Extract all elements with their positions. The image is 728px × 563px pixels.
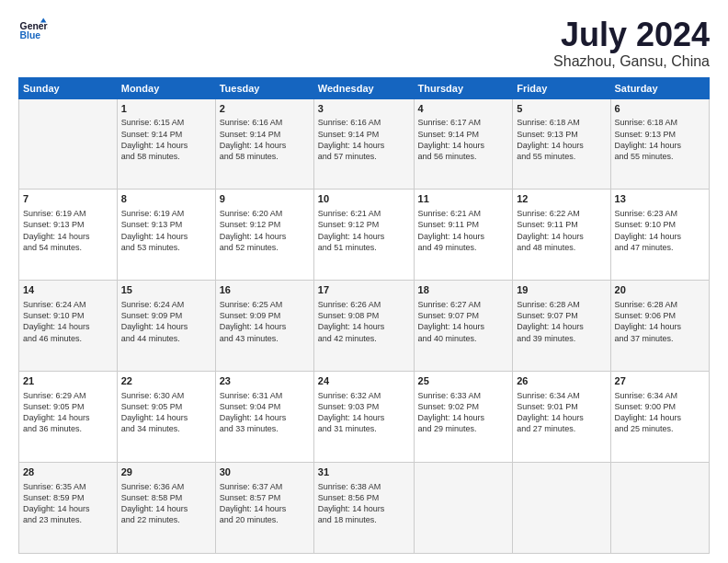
cell-text: Daylight: 14 hours: [23, 412, 113, 423]
page: General Blue July 2024 Shazhou, Gansu, C…: [0, 0, 728, 563]
cell-text: Sunrise: 6:21 AM: [418, 208, 509, 219]
cell-text: Sunrise: 6:21 AM: [318, 208, 410, 219]
day-number: 8: [121, 192, 211, 206]
day-number: 25: [418, 374, 509, 388]
cell-text: Sunset: 9:09 PM: [220, 310, 310, 321]
cell-text: Sunset: 9:01 PM: [517, 401, 606, 412]
calendar-cell: 17Sunrise: 6:26 AMSunset: 9:08 PMDayligh…: [313, 281, 414, 372]
cell-text: Daylight: 14 hours: [418, 321, 509, 332]
cell-text: Daylight: 14 hours: [615, 412, 705, 423]
cell-text: Sunrise: 6:38 AM: [318, 481, 410, 492]
weekday-saturday: Saturday: [610, 77, 709, 98]
calendar-cell: 15Sunrise: 6:24 AMSunset: 9:09 PMDayligh…: [117, 281, 215, 372]
cell-text: and 58 minutes.: [220, 151, 310, 162]
cell-text: and 22 minutes.: [121, 514, 211, 525]
calendar-cell: 25Sunrise: 6:33 AMSunset: 9:02 PMDayligh…: [414, 372, 513, 463]
cell-text: Sunrise: 6:35 AM: [23, 481, 113, 492]
cell-text: Sunrise: 6:19 AM: [23, 208, 113, 219]
cell-text: and 40 minutes.: [418, 333, 509, 344]
cell-text: and 37 minutes.: [615, 333, 705, 344]
cell-text: Daylight: 14 hours: [220, 412, 310, 423]
day-number: 18: [418, 283, 509, 297]
cell-text: Sunrise: 6:19 AM: [121, 208, 211, 219]
title-block: July 2024 Shazhou, Gansu, China: [553, 17, 710, 70]
day-number: 10: [318, 192, 410, 206]
cell-text: and 55 minutes.: [517, 151, 606, 162]
day-number: 31: [318, 465, 410, 479]
cell-text: Sunrise: 6:25 AM: [220, 299, 310, 310]
cell-text: Sunset: 9:14 PM: [220, 129, 310, 140]
cell-text: Sunset: 9:05 PM: [23, 401, 113, 412]
cell-text: and 43 minutes.: [220, 333, 310, 344]
cell-text: Sunrise: 6:24 AM: [121, 299, 211, 310]
calendar-table: SundayMondayTuesdayWednesdayThursdayFrid…: [18, 77, 710, 554]
cell-text: Sunset: 9:05 PM: [121, 401, 211, 412]
main-title: July 2024: [553, 17, 710, 53]
cell-text: Sunset: 9:13 PM: [615, 129, 705, 140]
cell-text: Sunrise: 6:22 AM: [517, 208, 606, 219]
day-number: 26: [517, 374, 606, 388]
cell-text: Sunrise: 6:15 AM: [121, 117, 211, 128]
cell-text: and 18 minutes.: [318, 514, 410, 525]
cell-text: Sunrise: 6:18 AM: [615, 117, 705, 128]
week-row-4: 21Sunrise: 6:29 AMSunset: 9:05 PMDayligh…: [19, 372, 710, 463]
cell-text: and 20 minutes.: [220, 514, 310, 525]
weekday-thursday: Thursday: [414, 77, 513, 98]
cell-text: Daylight: 14 hours: [121, 231, 211, 242]
calendar-cell: 31Sunrise: 6:38 AMSunset: 8:56 PMDayligh…: [313, 463, 414, 554]
calendar-cell: 27Sunrise: 6:34 AMSunset: 9:00 PMDayligh…: [610, 372, 709, 463]
cell-text: Daylight: 14 hours: [418, 140, 509, 151]
cell-text: Sunrise: 6:16 AM: [318, 117, 410, 128]
cell-text: Sunset: 9:06 PM: [615, 310, 705, 321]
cell-text: Sunrise: 6:37 AM: [220, 481, 310, 492]
calendar-cell: 6Sunrise: 6:18 AMSunset: 9:13 PMDaylight…: [610, 98, 709, 190]
calendar-cell: 2Sunrise: 6:16 AMSunset: 9:14 PMDaylight…: [215, 98, 313, 190]
weekday-wednesday: Wednesday: [313, 77, 414, 98]
calendar-cell: 22Sunrise: 6:30 AMSunset: 9:05 PMDayligh…: [117, 372, 215, 463]
cell-text: Sunset: 9:14 PM: [121, 129, 211, 140]
day-number: 29: [121, 465, 211, 479]
cell-text: and 57 minutes.: [318, 151, 410, 162]
week-row-5: 28Sunrise: 6:35 AMSunset: 8:59 PMDayligh…: [19, 463, 710, 554]
cell-text: Daylight: 14 hours: [318, 412, 410, 423]
cell-text: and 31 minutes.: [318, 423, 410, 434]
cell-text: Daylight: 14 hours: [220, 503, 310, 514]
cell-text: and 52 minutes.: [220, 242, 310, 253]
calendar-cell: 18Sunrise: 6:27 AMSunset: 9:07 PMDayligh…: [414, 281, 513, 372]
cell-text: Sunset: 9:02 PM: [418, 401, 509, 412]
cell-text: Sunrise: 6:27 AM: [418, 299, 509, 310]
cell-text: Sunrise: 6:32 AM: [318, 390, 410, 401]
cell-text: Sunset: 9:11 PM: [418, 219, 509, 230]
cell-text: Sunset: 9:04 PM: [220, 401, 310, 412]
calendar-cell: 9Sunrise: 6:20 AMSunset: 9:12 PMDaylight…: [215, 190, 313, 281]
cell-text: and 27 minutes.: [517, 423, 606, 434]
cell-text: Daylight: 14 hours: [318, 231, 410, 242]
cell-text: Sunset: 9:07 PM: [418, 310, 509, 321]
cell-text: Daylight: 14 hours: [517, 321, 606, 332]
cell-text: Sunset: 9:12 PM: [318, 219, 410, 230]
cell-text: and 55 minutes.: [615, 151, 705, 162]
cell-text: Daylight: 14 hours: [220, 231, 310, 242]
cell-text: Sunset: 9:14 PM: [418, 129, 509, 140]
cell-text: Sunrise: 6:29 AM: [23, 390, 113, 401]
calendar-cell: 19Sunrise: 6:28 AMSunset: 9:07 PMDayligh…: [513, 281, 610, 372]
cell-text: Sunset: 9:11 PM: [517, 219, 606, 230]
day-number: 19: [517, 283, 606, 297]
cell-text: and 36 minutes.: [23, 423, 113, 434]
cell-text: and 33 minutes.: [220, 423, 310, 434]
cell-text: Sunset: 9:03 PM: [318, 401, 410, 412]
cell-text: and 25 minutes.: [615, 423, 705, 434]
cell-text: Daylight: 14 hours: [121, 321, 211, 332]
cell-text: Sunset: 8:59 PM: [23, 492, 113, 503]
cell-text: Daylight: 14 hours: [121, 412, 211, 423]
calendar-cell: [19, 98, 118, 190]
cell-text: Sunset: 8:58 PM: [121, 492, 211, 503]
calendar-cell: 21Sunrise: 6:29 AMSunset: 9:05 PMDayligh…: [19, 372, 118, 463]
calendar-cell: 16Sunrise: 6:25 AMSunset: 9:09 PMDayligh…: [215, 281, 313, 372]
day-number: 12: [517, 192, 606, 206]
cell-text: Sunset: 9:07 PM: [517, 310, 606, 321]
day-number: 14: [23, 283, 113, 297]
calendar-cell: [414, 463, 513, 554]
calendar-cell: [513, 463, 610, 554]
cell-text: Sunset: 9:13 PM: [121, 219, 211, 230]
